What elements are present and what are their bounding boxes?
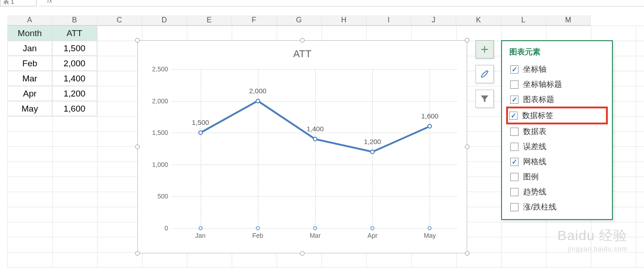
data-label[interactable]: 2,000 <box>249 87 267 98</box>
chart-element-option[interactable]: 图表标题 <box>509 92 605 107</box>
option-label: 图例 <box>523 172 539 182</box>
cell-att[interactable]: 1,400 <box>52 71 97 86</box>
y-tick: 500 <box>146 193 168 200</box>
plot-area[interactable]: 05001,0001,5002,0002,500JanFebMarAprMay1… <box>172 69 458 227</box>
option-label: 坐标轴标题 <box>523 79 562 90</box>
chart-element-option[interactable]: 网格线 <box>509 154 605 169</box>
column-headers: ABCDEFGHIJKLM <box>7 16 591 26</box>
formula-bar[interactable]: fx <box>39 0 644 6</box>
x-tick: Apr <box>367 232 377 239</box>
marker[interactable] <box>198 130 203 135</box>
resize-handle-tr[interactable] <box>465 38 469 43</box>
fx-icon: fx <box>39 0 52 4</box>
data-range[interactable]: Month ATT Jan1,500Feb2,000Mar1,400Apr1,2… <box>7 26 97 116</box>
col-head-m[interactable]: M <box>546 16 591 26</box>
chart-filter-button[interactable] <box>475 90 494 108</box>
col-head-e[interactable]: E <box>187 16 232 26</box>
chart-element-option[interactable]: 坐标轴标题 <box>509 77 605 92</box>
option-label: 数据表 <box>523 126 546 137</box>
header-month[interactable]: Month <box>7 26 52 41</box>
name-box[interactable]: 表 1 <box>0 0 37 6</box>
resize-handle-bl[interactable] <box>135 251 140 256</box>
x-tick: Feb <box>252 232 263 239</box>
col-head-f[interactable]: F <box>232 16 277 26</box>
cell-att[interactable]: 1,200 <box>52 86 97 101</box>
option-label: 网格线 <box>523 156 546 167</box>
chart-element-option[interactable]: 趋势线 <box>509 184 605 199</box>
checkbox[interactable] <box>510 188 518 196</box>
chart-elements-button[interactable] <box>475 40 494 59</box>
checkbox[interactable] <box>510 128 518 136</box>
checkbox[interactable] <box>510 65 518 74</box>
col-head-h[interactable]: H <box>322 16 366 26</box>
chart-element-option[interactable]: 数据标签 <box>508 108 606 123</box>
checkbox[interactable] <box>510 96 518 104</box>
marker[interactable] <box>427 124 432 129</box>
chart-element-option[interactable]: 图例 <box>509 169 605 184</box>
brush-icon <box>480 69 490 79</box>
col-head-i[interactable]: I <box>366 16 411 26</box>
cell-att[interactable]: 1,500 <box>52 41 97 56</box>
marker[interactable] <box>256 99 260 103</box>
checkbox[interactable] <box>510 143 518 151</box>
option-label: 图表标题 <box>523 94 554 105</box>
chart-element-option[interactable]: 涨/跌柱线 <box>509 199 605 214</box>
embedded-chart[interactable]: ATT 05001,0001,5002,0002,500JanFebMarApr… <box>137 40 467 253</box>
option-label: 数据标签 <box>522 110 553 121</box>
y-tick: 1,500 <box>146 129 168 136</box>
col-head-b[interactable]: B <box>52 16 97 26</box>
chart-side-buttons <box>475 40 494 114</box>
cell-att[interactable]: 1,600 <box>52 101 97 116</box>
cell-att[interactable]: 2,000 <box>52 56 97 71</box>
line-series[interactable] <box>172 69 458 228</box>
checkbox[interactable] <box>510 80 518 89</box>
marker[interactable] <box>370 150 375 154</box>
option-label: 坐标轴 <box>523 64 546 75</box>
col-head-k[interactable]: K <box>456 16 501 26</box>
col-head-l[interactable]: L <box>501 16 546 26</box>
option-label: 误差线 <box>523 141 546 152</box>
resize-handle-tl[interactable] <box>135 38 140 43</box>
header-att[interactable]: ATT <box>52 26 97 41</box>
x-tick: Mar <box>310 232 321 239</box>
col-head-j[interactable]: J <box>411 16 456 26</box>
y-tick: 2,000 <box>146 97 168 105</box>
data-label[interactable]: 1,600 <box>421 112 439 123</box>
chart-element-option[interactable]: 数据表 <box>509 124 605 139</box>
option-label: 趋势线 <box>523 187 546 197</box>
data-label[interactable]: 1,500 <box>192 118 209 130</box>
y-tick: 2,500 <box>146 65 168 73</box>
resize-handle-ml[interactable] <box>135 145 140 149</box>
checkbox[interactable] <box>510 203 518 211</box>
marker[interactable] <box>313 137 317 141</box>
data-label[interactable]: 1,400 <box>306 125 324 136</box>
chart-element-option[interactable]: 坐标轴 <box>509 62 605 77</box>
cell-month[interactable]: Feb <box>7 56 52 71</box>
x-tick: May <box>424 232 436 239</box>
cell-month[interactable]: Jan <box>7 41 52 56</box>
chart-element-option[interactable]: 误差线 <box>509 139 605 154</box>
checkbox[interactable] <box>510 158 518 166</box>
col-head-g[interactable]: G <box>277 16 322 26</box>
resize-handle-bm[interactable] <box>300 251 305 256</box>
data-label[interactable]: 1,200 <box>364 138 381 149</box>
y-tick: 1,000 <box>146 161 168 168</box>
resize-handle-tm[interactable] <box>300 38 305 43</box>
funnel-icon <box>480 94 490 104</box>
x-tick: Jan <box>195 232 206 239</box>
col-head-d[interactable]: D <box>142 16 187 26</box>
cell-month[interactable]: May <box>7 101 52 116</box>
chart-title[interactable]: ATT <box>138 48 467 60</box>
y-tick: 0 <box>146 225 168 232</box>
col-head-a[interactable]: A <box>7 16 52 26</box>
resize-handle-br[interactable] <box>465 251 469 256</box>
cell-month[interactable]: Mar <box>7 71 52 86</box>
col-head-c[interactable]: C <box>97 16 142 26</box>
checkbox[interactable] <box>510 173 518 181</box>
panel-title: 图表元素 <box>509 47 605 57</box>
checkbox[interactable] <box>509 112 518 120</box>
cell-month[interactable]: Apr <box>7 86 52 101</box>
resize-handle-mr[interactable] <box>465 145 469 149</box>
chart-styles-button[interactable] <box>475 65 494 83</box>
chart-elements-panel[interactable]: 图表元素 坐标轴坐标轴标题图表标题数据标签数据表误差线网格线图例趋势线涨/跌柱线 <box>501 40 613 220</box>
